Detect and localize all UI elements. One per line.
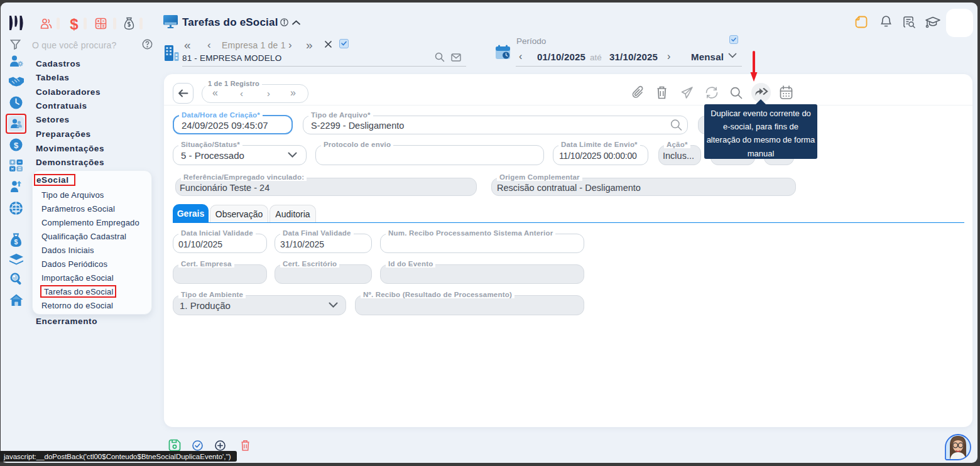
svg-text:$: $ (14, 141, 19, 150)
svg-text:$: $ (14, 238, 18, 246)
